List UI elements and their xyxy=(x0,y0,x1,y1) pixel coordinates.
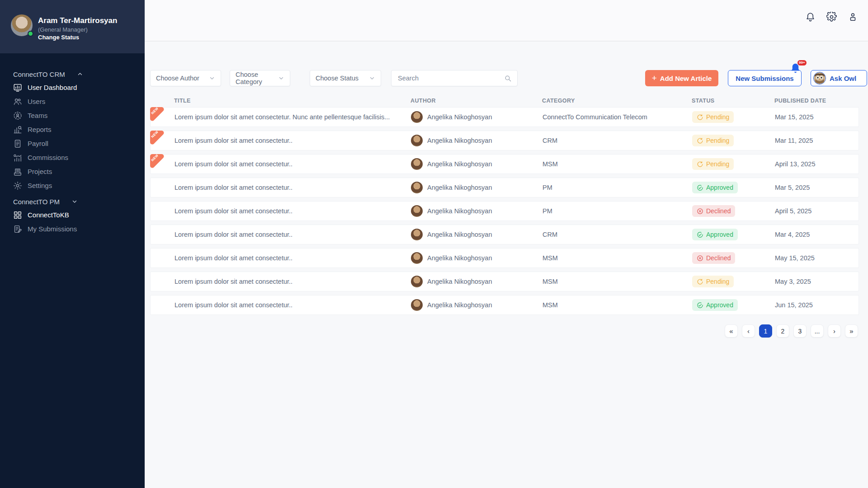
user-profile: Aram Ter-Martirosyan (General Manager) C… xyxy=(0,0,145,53)
sidebar-item-connecttokb[interactable]: ConnectToKB xyxy=(0,208,145,222)
author-name: Angelika Nikoghosyan xyxy=(427,231,492,238)
choose-author-dropdown[interactable]: Choose Author xyxy=(150,70,221,86)
page-button-2[interactable]: 2 xyxy=(776,324,789,338)
sidebar-item-settings[interactable]: Settings xyxy=(0,178,145,192)
table-row[interactable]: NEWLorem ipsum dolor sit amet consectetu… xyxy=(150,154,859,174)
article-title: Lorem ipsum dolor sit amet consectetur.. xyxy=(175,137,292,144)
table-row[interactable]: NEWLorem ipsum dolor sit amet consectetu… xyxy=(150,131,859,150)
payroll-icon xyxy=(13,139,23,149)
page-next-button[interactable]: › xyxy=(828,324,841,338)
sidebar-item-label: ConnectToKB xyxy=(28,211,69,219)
published-date-cell: April 13, 2025 xyxy=(769,160,859,168)
sidebar-item-user-dashboard[interactable]: User Dashboard xyxy=(0,80,145,94)
column-status: STATUS xyxy=(687,98,769,104)
sidebar-item-label: Payroll xyxy=(28,140,48,147)
category-cell: ConnectTo Communication Telecom xyxy=(536,113,688,121)
approved-icon xyxy=(697,184,703,191)
table-header: TITLE AUTHOR CATEGORY STATUS PUBLISHED D… xyxy=(150,95,859,107)
sidebar-item-payroll[interactable]: Payroll xyxy=(0,136,145,150)
category-cell: CRM xyxy=(536,137,688,144)
author-cell: Angelika Nikoghosyan xyxy=(405,158,536,170)
sidebar-section-header[interactable]: ConnectTO PM xyxy=(0,195,145,208)
category-name: MSM xyxy=(542,278,558,285)
table-row[interactable]: Lorem ipsum dolor sit amet consectetur..… xyxy=(150,225,859,244)
table-row[interactable]: Lorem ipsum dolor sit amet consectetur..… xyxy=(150,272,859,291)
sidebar-item-label: Reports xyxy=(28,126,52,133)
avatar[interactable] xyxy=(11,14,33,36)
author-name: Angelika Nikoghosyan xyxy=(427,113,492,121)
search-input[interactable] xyxy=(397,74,504,82)
title-cell: Lorem ipsum dolor sit amet consectetur.. xyxy=(151,184,405,191)
dashboard-icon xyxy=(13,83,23,93)
published-date: Mar 5, 2025 xyxy=(775,184,810,191)
sidebar-item-users[interactable]: Users xyxy=(0,94,145,108)
article-title: Lorem ipsum dolor sit amet consectetur.. xyxy=(175,278,292,285)
submissions-icon xyxy=(13,224,23,234)
author-avatar xyxy=(411,182,423,193)
choose-status-dropdown[interactable]: Choose Status xyxy=(310,70,381,86)
bell-icon[interactable] xyxy=(805,12,816,22)
sidebar-item-commissions[interactable]: Commissions xyxy=(0,150,145,164)
choose-category-dropdown[interactable]: Choose Category xyxy=(230,70,290,86)
new-submissions-label: New Submissions xyxy=(736,75,793,82)
add-new-article-button[interactable]: + Add New Article xyxy=(645,70,718,86)
main-area: Choose Author Choose Category Choose Sta… xyxy=(145,0,868,488)
table-row[interactable]: Lorem ipsum dolor sit amet consectetur..… xyxy=(150,178,859,197)
sidebar-section-header[interactable]: ConnectTO CRM xyxy=(0,68,145,80)
change-status-link[interactable]: Change Status xyxy=(38,34,79,41)
category-name: MSM xyxy=(542,160,558,168)
sidebar-item-teams[interactable]: Teams xyxy=(0,108,145,122)
published-date-cell: April 5, 2025 xyxy=(769,207,859,215)
author-avatar xyxy=(411,229,423,240)
user-icon[interactable] xyxy=(848,12,858,22)
status-label: Pending xyxy=(706,113,729,121)
gear-icon[interactable] xyxy=(826,12,837,22)
sidebar-item-my-submissions[interactable]: My Submissions xyxy=(0,222,145,236)
page-first-button[interactable]: « xyxy=(725,324,738,338)
published-date: Mar 4, 2025 xyxy=(775,231,810,238)
chevron-down-icon xyxy=(209,75,215,81)
table-row[interactable]: NEWLorem ipsum dolor sit amet consectetu… xyxy=(150,107,859,127)
author-name: Angelika Nikoghosyan xyxy=(427,160,492,168)
page-prev-button[interactable]: ‹ xyxy=(742,324,755,338)
topbar xyxy=(145,0,868,42)
article-title: Lorem ipsum dolor sit amet consectetur.. xyxy=(175,231,292,238)
declined-icon xyxy=(697,208,703,215)
teams-icon xyxy=(13,111,23,121)
category-name: ConnectTo Communication Telecom xyxy=(542,113,647,121)
pending-icon xyxy=(697,137,703,144)
author-cell: Angelika Nikoghosyan xyxy=(405,182,536,193)
category-cell: MSM xyxy=(536,160,688,168)
page-button-3[interactable]: 3 xyxy=(793,324,807,338)
category-name: CRM xyxy=(542,231,557,238)
table-row[interactable]: Lorem ipsum dolor sit amet consectetur..… xyxy=(150,248,859,268)
pagination: «‹123...›» xyxy=(725,324,858,338)
table-row[interactable]: Lorem ipsum dolor sit amet consectetur..… xyxy=(150,295,859,315)
author-name: Angelika Nikoghosyan xyxy=(427,301,492,309)
table-row[interactable]: Lorem ipsum dolor sit amet consectetur..… xyxy=(150,201,859,221)
author-avatar xyxy=(411,158,423,170)
page-ellipsis-button[interactable]: ... xyxy=(811,324,824,338)
sidebar-item-projects[interactable]: Projects xyxy=(0,164,145,178)
search-box xyxy=(391,70,518,86)
author-name: Angelika Nikoghosyan xyxy=(427,207,492,215)
sidebar-item-reports[interactable]: Reports xyxy=(0,122,145,136)
reports-icon xyxy=(13,125,23,135)
published-date-cell: Mar 5, 2025 xyxy=(769,184,859,191)
category-name: PM xyxy=(542,184,552,191)
status-cell: Pending xyxy=(688,111,769,123)
status-label: Pending xyxy=(706,160,729,168)
article-title: Lorem ipsum dolor sit amet consectetur.. xyxy=(175,207,292,215)
sidebar-section-label: ConnectTO CRM xyxy=(13,70,65,78)
status-cell: Pending xyxy=(688,276,769,287)
declined-icon xyxy=(697,255,703,262)
page-button-1[interactable]: 1 xyxy=(759,324,772,338)
author-cell: Angelika Nikoghosyan xyxy=(405,205,536,217)
published-date: Mar 11, 2025 xyxy=(775,137,813,144)
approved-icon xyxy=(697,302,703,309)
title-cell: Lorem ipsum dolor sit amet consectetur. … xyxy=(151,113,405,121)
topbar-icons xyxy=(805,12,858,22)
page-last-button[interactable]: » xyxy=(845,324,858,338)
ask-owl-button[interactable]: Ask Owl xyxy=(811,70,867,86)
status-badge: Pending xyxy=(692,158,734,170)
